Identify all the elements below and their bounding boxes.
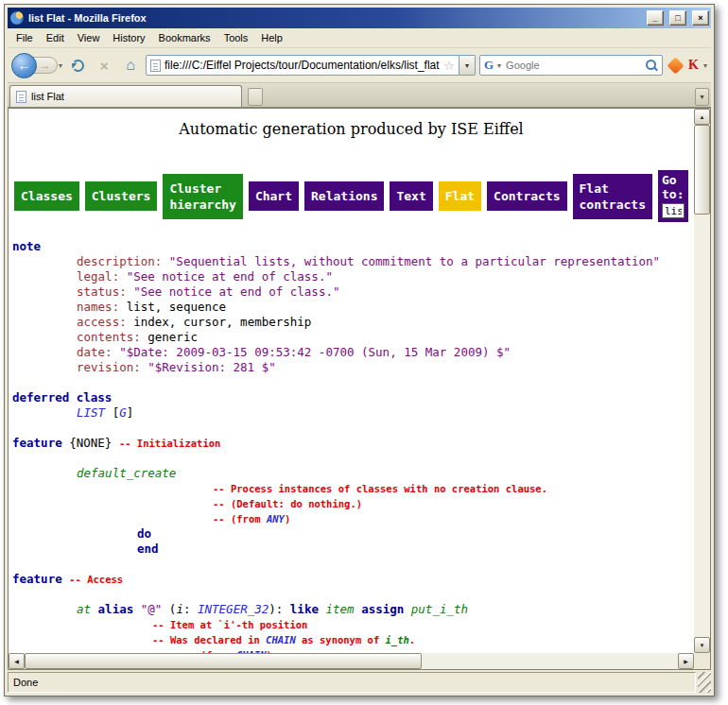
page-favicon xyxy=(150,60,161,72)
vertical-scrollbar-thumb[interactable] xyxy=(694,125,710,215)
home-button[interactable]: ⌂ xyxy=(119,54,142,77)
nav-button-flat[interactable]: Flat xyxy=(439,181,481,211)
home-icon: ⌂ xyxy=(126,57,135,74)
goto-box: Go to: xyxy=(658,170,688,222)
nav-button-chart[interactable]: Chart xyxy=(249,181,299,211)
code-line: end xyxy=(12,542,694,557)
nav-button-flat-contracts[interactable]: Flat contracts xyxy=(573,174,652,219)
nav-button-cluster-hierarchy[interactable]: Cluster hierarchy xyxy=(163,174,242,219)
goto-input[interactable] xyxy=(662,203,685,218)
code-text: description: xyxy=(77,254,169,268)
search-engine-dropdown[interactable]: ▾ xyxy=(497,61,501,70)
browser-content: Automatic generation produced by ISE Eif… xyxy=(8,108,711,670)
horizontal-scrollbar[interactable]: ◀ ▶ xyxy=(9,653,694,669)
code-text: "See notice at end of class." xyxy=(133,284,339,299)
menu-tools[interactable]: Tools xyxy=(217,29,255,46)
menu-bar: FileEditViewHistoryBookmarksToolsHelp xyxy=(8,28,711,48)
menu-history[interactable]: History xyxy=(106,29,151,46)
feature-link[interactable]: i_th xyxy=(386,634,409,645)
code-text: ) xyxy=(285,513,290,524)
code-text: assign xyxy=(361,602,404,616)
class-link[interactable]: INTEGER_32 xyxy=(198,602,269,616)
nav-button-contracts[interactable]: Contracts xyxy=(487,181,566,211)
code-text: [ xyxy=(105,405,119,420)
code-text: alias xyxy=(98,602,134,616)
bookmark-star-icon[interactable]: ☆ xyxy=(443,59,455,73)
code-line: LIST [G] xyxy=(12,405,694,421)
code-text xyxy=(133,602,141,616)
code-text: names: xyxy=(77,300,127,314)
code-text: index, cursor, membership xyxy=(133,315,311,329)
class-link[interactable]: G xyxy=(119,405,127,420)
tab-bar: list Flat ▾ xyxy=(8,83,711,108)
code-line: legal: "See notice at end of class." xyxy=(12,269,694,284)
title-bar: list Flat - Mozilla Firefox _ □ × xyxy=(8,8,711,28)
close-button[interactable]: × xyxy=(692,10,709,26)
scroll-down-button[interactable]: ▼ xyxy=(694,637,710,653)
code-text: contents: xyxy=(77,330,147,344)
firefox-icon xyxy=(9,10,25,26)
code-text: -- Was declared in xyxy=(152,634,266,645)
resize-grip[interactable] xyxy=(698,672,711,693)
nav-button-text[interactable]: Text xyxy=(390,181,432,211)
nav-button-classes[interactable]: Classes xyxy=(14,181,79,211)
search-input[interactable] xyxy=(504,59,642,72)
minimize-button[interactable]: _ xyxy=(647,10,664,26)
stop-button[interactable]: × xyxy=(93,54,115,77)
list-all-tabs-button[interactable]: ▾ xyxy=(695,88,709,106)
code-line: feature {NONE} -- Initialization xyxy=(12,436,694,451)
nav-button-clusters[interactable]: Clusters xyxy=(85,181,158,211)
class-link[interactable]: LIST xyxy=(77,405,105,420)
menu-edit[interactable]: Edit xyxy=(40,29,71,46)
horizontal-scrollbar-thumb[interactable] xyxy=(25,653,422,669)
back-button[interactable]: ← xyxy=(11,53,37,78)
nav-button-relations[interactable]: Relations xyxy=(304,181,384,211)
code-text: deferred class xyxy=(12,390,112,404)
feature-link[interactable]: put_i_th xyxy=(411,602,468,616)
extension-icon[interactable] xyxy=(667,57,684,74)
url-input[interactable] xyxy=(165,59,440,72)
code-line xyxy=(12,557,694,572)
code-text: ] xyxy=(127,405,134,420)
vertical-scrollbar[interactable]: ▲ ▼ xyxy=(694,109,710,653)
history-dropdown[interactable]: ▾ xyxy=(59,61,62,70)
extension-dropdown[interactable]: ▾ xyxy=(703,61,707,70)
code-line: deferred class xyxy=(12,390,694,405)
menu-view[interactable]: View xyxy=(71,29,107,46)
reload-icon xyxy=(72,60,84,72)
code-text: access: xyxy=(77,315,133,329)
feature-link[interactable]: at xyxy=(77,602,91,616)
code-text: i xyxy=(176,602,183,616)
search-bar: G ▾ xyxy=(479,55,663,76)
scroll-left-button[interactable]: ◀ xyxy=(9,653,25,669)
feature-link[interactable]: item xyxy=(325,602,354,616)
location-bar-group: ☆ ▾ xyxy=(146,55,476,76)
class-link[interactable]: ANY xyxy=(267,513,285,524)
tab-list-flat[interactable]: list Flat xyxy=(9,85,242,107)
back-icon: ← xyxy=(18,58,31,73)
code-line: access: index, cursor, membership xyxy=(12,315,694,330)
code-text: "$Revision: 281 $" xyxy=(147,360,275,374)
scroll-right-button[interactable]: ▶ xyxy=(678,653,694,669)
feature-link[interactable]: default_create xyxy=(77,466,176,480)
reload-button[interactable] xyxy=(66,54,89,77)
menu-help[interactable]: Help xyxy=(254,29,289,46)
menu-file[interactable]: File xyxy=(9,29,40,46)
class-link[interactable]: CHAIN xyxy=(266,634,296,645)
scroll-up-button[interactable]: ▲ xyxy=(694,109,710,125)
code-text: end xyxy=(137,542,159,556)
code-text: note xyxy=(12,239,41,253)
url-history-dropdown[interactable]: ▾ xyxy=(459,55,476,76)
code-text: feature xyxy=(12,436,62,450)
menu-bookmarks[interactable]: Bookmarks xyxy=(152,29,217,46)
firefox-window: list Flat - Mozilla Firefox _ □ × FileEd… xyxy=(4,4,715,696)
code-line: -- (Default: do nothing.) xyxy=(12,496,694,511)
document-page: Automatic generation produced by ISE Eif… xyxy=(9,109,694,653)
tab-bar-button[interactable] xyxy=(248,88,263,106)
code-text: do xyxy=(137,526,151,541)
code-line: -- Process instances of classes with no … xyxy=(12,481,694,496)
search-icon[interactable] xyxy=(645,59,658,72)
status-bar: Done xyxy=(8,672,711,693)
kaspersky-icon[interactable]: K xyxy=(688,58,699,73)
maximize-button[interactable]: □ xyxy=(669,10,686,26)
